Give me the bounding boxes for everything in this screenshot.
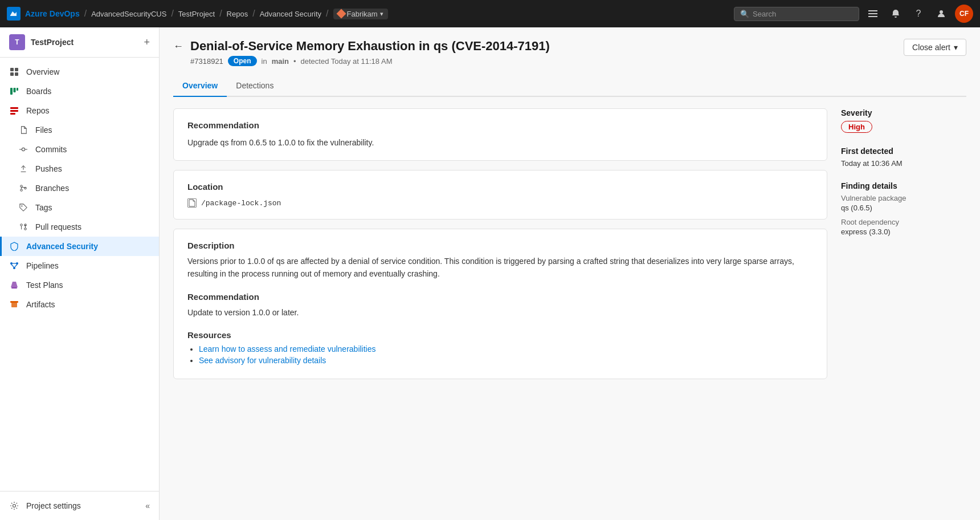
repo-selector[interactable]: Fabrikam ▾ [333, 9, 388, 19]
sidebar: T TestProject + Overview [0, 27, 160, 520]
files-icon [18, 125, 28, 135]
settings-list-icon[interactable] [864, 5, 882, 23]
tab-detections[interactable]: Detections [227, 75, 283, 97]
overview-icon [9, 67, 19, 77]
project-name: TestProject [31, 38, 74, 47]
sidebar-item-advancedsecurity[interactable]: Advanced Security [0, 237, 159, 256]
svg-rect-33 [11, 302, 17, 307]
branch-name: main [272, 57, 289, 66]
boards-icon [9, 86, 19, 96]
svg-rect-13 [10, 110, 18, 112]
resource-link-0[interactable]: Learn how to assess and remediate vulner… [199, 344, 376, 354]
testplans-icon [9, 280, 19, 290]
breadcrumb-sep-1: / [84, 9, 87, 19]
description-recommendation-title: Recommendation [187, 292, 813, 302]
repo-dropdown-icon: ▾ [380, 10, 383, 18]
sidebar-item-files[interactable]: Files [0, 120, 159, 140]
sidebar-item-overview[interactable]: Overview [0, 62, 159, 82]
svg-point-23 [21, 224, 23, 226]
sidebar-item-repos[interactable]: Repos [0, 101, 159, 120]
location-card: Location /package-lock.json [173, 170, 827, 220]
azure-devops-logo [7, 7, 21, 21]
search-box[interactable]: 🔍 Search [734, 7, 859, 21]
sidebar-item-label-pipelines: Pipelines [26, 261, 59, 270]
sidebar-item-label-pushes: Pushes [35, 164, 62, 173]
two-col-layout: Recommendation Upgrade qs from 0.6.5 to … [173, 108, 966, 379]
artifacts-icon [9, 299, 19, 310]
add-project-button[interactable]: + [144, 36, 150, 48]
svg-point-20 [21, 189, 23, 192]
fabrikam-diamond-icon [336, 9, 346, 19]
sidebar-item-label-tags: Tags [35, 203, 52, 212]
svg-rect-14 [10, 113, 15, 115]
projectsettings-icon [9, 501, 19, 511]
alert-tabs: Overview Detections [173, 75, 966, 97]
collapse-icon[interactable]: « [145, 501, 150, 510]
description-resources-title: Resources [187, 330, 813, 340]
first-detected-label: First detected [841, 147, 966, 156]
pipelines-icon [9, 261, 19, 271]
back-button[interactable]: ← [173, 40, 183, 52]
sidebar-item-pipelines[interactable]: Pipelines [0, 256, 159, 275]
sidebar-item-label-artifacts: Artifacts [26, 300, 55, 309]
main-content: ← Denial-of-Service Memory Exhaustion in… [160, 27, 980, 520]
breadcrumb-org[interactable]: AdvancedSecurityCUS [91, 10, 166, 18]
sidebar-item-artifacts[interactable]: Artifacts [0, 295, 159, 314]
sidebar-item-label-boards: Boards [26, 87, 51, 96]
location-file: /package-lock.json [187, 198, 813, 208]
breadcrumb-project[interactable]: TestProject [178, 10, 215, 18]
pullrequests-icon [18, 222, 28, 232]
recommendation-card-text: Upgrade qs from 0.6.5 to 1.0.0 to fix th… [187, 137, 813, 149]
tab-overview[interactable]: Overview [173, 75, 227, 97]
advancedsecurity-icon [9, 241, 19, 251]
sidebar-item-label-pullrequests: Pull requests [35, 222, 81, 231]
root-dependency-label: Root dependency [841, 218, 966, 226]
sidebar-item-projectsettings[interactable]: Project settings « [0, 496, 159, 515]
svg-point-15 [22, 148, 24, 151]
description-recommendation-text: Update to version 1.0.0 or later. [187, 306, 813, 319]
help-icon[interactable]: ? [909, 5, 928, 23]
sidebar-item-pushes[interactable]: Pushes [0, 159, 159, 178]
user-settings-icon[interactable] [932, 5, 950, 23]
svg-line-30 [11, 265, 14, 267]
svg-rect-5 [10, 68, 14, 71]
description-title: Description [187, 241, 813, 250]
sidebar-item-branches[interactable]: Branches [0, 178, 159, 198]
recommendation-card: Recommendation Upgrade qs from 0.6.5 to … [173, 108, 827, 161]
resources-list: Learn how to assess and remediate vulner… [187, 344, 813, 365]
project-header: T TestProject + [0, 27, 159, 58]
svg-point-22 [21, 205, 22, 206]
breadcrumb-sep-5: / [326, 9, 328, 19]
sidebar-item-testplans[interactable]: Test Plans [0, 275, 159, 295]
close-alert-chevron: ▾ [954, 43, 958, 52]
svg-point-4 [940, 10, 943, 14]
svg-rect-10 [14, 88, 16, 92]
resource-link-1[interactable]: See advisory for vulnerability details [199, 356, 326, 365]
sidebar-item-pullrequests[interactable]: Pull requests [0, 217, 159, 237]
svg-point-28 [13, 267, 15, 269]
project-initial: T [15, 38, 19, 46]
resource-item-0: Learn how to assess and remediate vulner… [199, 344, 813, 354]
breadcrumb-sep-3: / [219, 9, 222, 19]
alert-meta: #7318921 Open in main • detected Today a… [173, 56, 550, 66]
user-avatar[interactable]: CF [955, 5, 973, 23]
breadcrumb-sep-2: / [171, 9, 173, 19]
svg-rect-11 [17, 88, 18, 91]
detected-text: detected Today at 11:18 AM [301, 57, 393, 66]
brand-label[interactable]: Azure DevOps [25, 9, 80, 18]
breadcrumb-security[interactable]: Advanced Security [260, 10, 321, 18]
sidebar-item-commits[interactable]: Commits [0, 140, 159, 159]
close-alert-button[interactable]: Close alert ▾ [904, 39, 966, 56]
root-dependency-value: express (3.3.0) [841, 228, 966, 236]
breadcrumb-sep-4: / [252, 9, 255, 19]
tags-icon [18, 202, 28, 213]
breadcrumb-repos[interactable]: Repos [227, 10, 248, 18]
notifications-icon[interactable] [887, 5, 905, 23]
search-placeholder: Search [753, 10, 776, 18]
sidebar-item-tags[interactable]: Tags [0, 198, 159, 217]
main-col: Recommendation Upgrade qs from 0.6.5 to … [173, 108, 827, 379]
sidebar-item-label-testplans: Test Plans [26, 281, 63, 290]
sidebar-item-boards[interactable]: Boards [0, 82, 159, 101]
svg-point-27 [16, 262, 18, 265]
vulnerable-package-label: Vulnerable package [841, 194, 966, 202]
